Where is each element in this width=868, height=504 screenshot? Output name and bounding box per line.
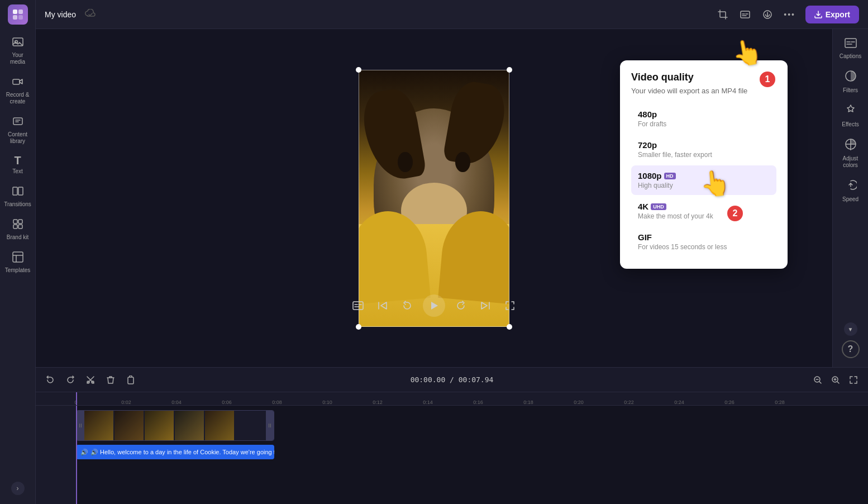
help-button[interactable]: ? — [842, 340, 860, 358]
right-sidebar-collapse-button[interactable]: ▼ — [844, 322, 857, 336]
video-title: My video — [45, 10, 76, 19]
clip-thumb-3 — [145, 411, 174, 440]
text-icon: T — [14, 155, 21, 166]
replay-button[interactable] — [398, 297, 416, 315]
captions-toggle-button[interactable] — [349, 297, 367, 315]
more-options-button[interactable]: ••• — [781, 6, 799, 23]
svg-rect-14 — [13, 252, 23, 262]
playback-controls — [349, 294, 519, 317]
svg-rect-8 — [13, 187, 17, 195]
video-clip[interactable]: ⏸ — [76, 410, 274, 441]
quality-option-480p[interactable]: 480p For drafts — [631, 104, 776, 134]
sidebar-item-label-brand-kit: Brand kit — [7, 234, 28, 241]
clip-handle-right[interactable]: ⏸ — [266, 411, 274, 440]
resize-handle-top-left[interactable] — [356, 67, 361, 73]
export-button[interactable]: Export — [805, 6, 859, 23]
sidebar-item-content-library[interactable]: Contentlibrary — [2, 111, 34, 148]
hd-badge: HD — [664, 173, 676, 179]
delete-button[interactable] — [103, 372, 118, 388]
sidebar-item-label-record: Record &create — [6, 92, 30, 105]
templates-icon — [12, 251, 24, 265]
transitions-icon — [12, 185, 24, 199]
playhead[interactable] — [76, 406, 77, 504]
track-area: ⏸ — [76, 406, 868, 504]
right-sidebar: Captions Filters Effects — [832, 29, 868, 367]
svg-rect-2 — [13, 15, 17, 20]
ruler-marker-012: 0:12 — [373, 400, 383, 405]
zoom-in-button[interactable] — [828, 372, 843, 388]
ruler-marker-018: 0:18 — [523, 400, 533, 405]
preview-area: Video quality Your video will export as … — [36, 29, 832, 367]
quality-option-720p[interactable]: 720p Smaller file, faster export — [631, 135, 776, 164]
right-sidebar-item-captions[interactable]: Captions — [835, 34, 866, 63]
fullscreen-button[interactable] — [501, 297, 519, 315]
uhd-badge: UHD — [651, 203, 666, 210]
timeline-ruler: 0 0:02 0:04 0:06 0:08 0:10 0:12 0:14 0:1… — [36, 392, 868, 406]
clip-thumb-5 — [205, 411, 234, 440]
clip-thumb-1 — [84, 411, 113, 440]
captions-icon — [845, 38, 857, 51]
sidebar-item-templates[interactable]: Templates — [2, 246, 34, 277]
ruler-marker-024: 0:24 — [674, 400, 684, 405]
clip-handle-left[interactable]: ⏸ — [77, 411, 84, 440]
effects-icon — [845, 104, 857, 119]
right-sidebar-item-adjust-colors[interactable]: Adjustcolors — [835, 134, 866, 172]
record-icon — [12, 75, 24, 89]
zoom-fit-button[interactable] — [846, 372, 861, 388]
sidebar-collapse-button[interactable]: › — [11, 482, 25, 495]
play-button[interactable] — [423, 294, 445, 317]
clip-thumb-4 — [175, 411, 204, 440]
undo-button[interactable] — [42, 372, 58, 388]
skip-back-button[interactable] — [374, 297, 392, 315]
topbar: My video — [36, 0, 868, 29]
voice-tool-button[interactable] — [759, 6, 776, 23]
right-sidebar-item-speed[interactable]: Speed — [835, 174, 866, 206]
sidebar-item-text[interactable]: T Text — [2, 150, 34, 178]
sidebar-item-transitions[interactable]: Transitions — [2, 180, 34, 211]
clipboard-button[interactable] — [123, 372, 139, 388]
svg-rect-0 — [13, 9, 17, 14]
captions-tool-button[interactable] — [736, 6, 754, 23]
forward-button[interactable] — [452, 297, 470, 315]
resize-handle-top-right[interactable] — [507, 67, 512, 73]
zoom-out-button[interactable] — [810, 372, 826, 388]
right-sidebar-item-filters[interactable]: Filters — [835, 65, 866, 97]
svg-rect-13 — [18, 225, 22, 229]
sidebar-item-label-templates: Templates — [5, 267, 31, 274]
quality-option-4k[interactable]: 4K UHD Make the most of your 4k — [631, 196, 776, 226]
resize-handle-bottom-right[interactable] — [507, 324, 512, 330]
topbar-tools: ••• — [714, 6, 799, 23]
quality-option-1080p[interactable]: 1080p HD High quality — [631, 165, 776, 195]
redo-button[interactable] — [63, 372, 78, 388]
quality-option-gif[interactable]: GIF For videos 15 seconds or less — [631, 227, 776, 256]
track-labels — [36, 406, 76, 504]
caption-track[interactable]: 🔊 🔊 Hello, welcome to a day in the life … — [76, 445, 274, 459]
sidebar-item-your-media[interactable]: Your media — [2, 31, 34, 69]
ruler-marker-022: 0:22 — [624, 400, 634, 405]
resize-handle-bottom-left[interactable] — [356, 324, 361, 330]
speed-icon — [845, 179, 857, 194]
sidebar-item-label-your-media: Your media — [4, 52, 31, 65]
svg-rect-7 — [13, 118, 22, 125]
sidebar-item-label-transitions: Transitions — [4, 201, 31, 208]
ruler-marker-002: 0:02 — [121, 400, 131, 405]
app-logo[interactable] — [8, 4, 28, 25]
timeline-zoom-controls — [810, 372, 861, 388]
svg-rect-10 — [13, 220, 17, 224]
sidebar-item-brand-kit[interactable]: Brand kit — [2, 213, 34, 244]
sidebar-item-label-content-library: Contentlibrary — [8, 131, 27, 145]
skip-forward-button[interactable] — [476, 297, 494, 315]
svg-rect-18 — [845, 39, 856, 47]
preview-and-right-sidebar: Video quality Your video will export as … — [36, 29, 868, 367]
ruler-marker-008: 0:08 — [272, 400, 282, 405]
right-sidebar-item-label-adjust-colors: Adjustcolors — [843, 155, 859, 169]
timeline-timecode: 00:00.00 / 00:07.94 — [411, 375, 494, 384]
cut-button[interactable] — [83, 372, 98, 388]
ruler-marker-010: 0:10 — [322, 400, 332, 405]
filters-icon — [845, 70, 857, 85]
ruler-marker-020: 0:20 — [574, 400, 584, 405]
right-sidebar-item-effects[interactable]: Effects — [835, 99, 866, 131]
svg-rect-11 — [18, 220, 22, 224]
crop-tool-button[interactable] — [714, 6, 732, 23]
sidebar-item-record[interactable]: Record &create — [2, 71, 34, 108]
